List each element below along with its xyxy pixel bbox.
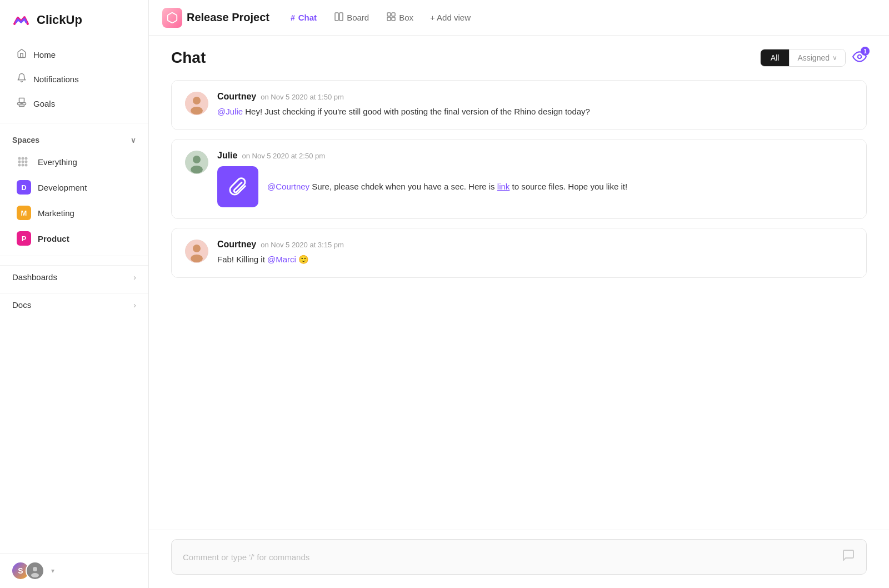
filter-tabs: All Assigned ∨: [760, 49, 846, 67]
box-tab-icon: [387, 12, 396, 23]
message-body: Julie on Nov 5 2020 at 2:50 pm @Courtney…: [217, 151, 853, 207]
svg-point-25: [193, 156, 201, 163]
dashboards-chevron-icon: ›: [133, 273, 136, 282]
sidebar-item-product[interactable]: P Product: [4, 226, 144, 251]
svg-rect-19: [392, 17, 395, 21]
sidebar-item-docs[interactable]: Docs ›: [0, 293, 148, 316]
chat-container: Chat All Assigned ∨ 1: [149, 36, 889, 588]
comment-bubble-icon: [842, 549, 855, 565]
message-header: Julie on Nov 5 2020 at 2:50 pm: [217, 151, 853, 161]
msg-content-2b: to source files. Hope you like it!: [510, 182, 627, 191]
tab-box-label: Box: [399, 13, 413, 22]
tab-board[interactable]: Board: [327, 9, 377, 26]
view-tabs: # Chat Board Box + Add view: [283, 9, 477, 26]
sidebar-nav: Home Notifications Goals: [0, 40, 148, 118]
mention-marci[interactable]: @Marci: [267, 255, 296, 264]
avatar-julie: [185, 151, 208, 174]
spaces-header: Spaces ∨: [0, 128, 148, 149]
user-dropdown-icon[interactable]: ▾: [51, 567, 54, 575]
svg-rect-14: [335, 13, 338, 21]
mention-courtney[interactable]: @Courtney: [267, 182, 309, 191]
marketing-badge: M: [17, 206, 31, 220]
chat-title: Chat: [171, 49, 206, 67]
watch-button[interactable]: 1: [852, 49, 867, 66]
msg-author: Courtney: [217, 92, 256, 102]
msg-content-3a: Fab! Killing it: [217, 255, 267, 264]
sidebar-footer: S ▾: [0, 553, 148, 588]
svg-point-4: [18, 161, 21, 163]
svg-point-20: [858, 55, 862, 59]
watch-count-badge: 1: [861, 47, 870, 56]
svg-point-23: [191, 107, 203, 114]
message-body: Courtney on Nov 5 2020 at 1:50 pm @Julie…: [217, 92, 853, 118]
svg-point-5: [22, 161, 24, 163]
message-card: Courtney on Nov 5 2020 at 3:15 pm Fab! K…: [171, 228, 867, 278]
sidebar-item-marketing[interactable]: M Marketing: [4, 201, 144, 225]
assigned-chevron-icon: ∨: [832, 54, 837, 62]
message-card: Julie on Nov 5 2020 at 2:50 pm @Courtney…: [171, 139, 867, 219]
sidebar-item-notifications-label: Notifications: [33, 74, 79, 84]
add-view-button[interactable]: + Add view: [423, 9, 477, 26]
tab-chat-label: Chat: [298, 13, 317, 22]
spaces-collapse-icon[interactable]: ∨: [131, 136, 136, 144]
svg-point-7: [25, 161, 28, 163]
tab-box[interactable]: Box: [379, 9, 421, 26]
svg-point-12: [33, 567, 37, 571]
tab-board-label: Board: [347, 13, 369, 22]
logo-text: ClickUp: [37, 13, 82, 27]
sidebar-item-notifications[interactable]: Notifications: [4, 67, 144, 91]
msg-emoji: 🙂: [298, 255, 309, 264]
project-icon: [162, 8, 182, 28]
avatar-stack: S: [11, 561, 44, 580]
sidebar-item-goals[interactable]: Goals: [4, 92, 144, 116]
docs-label: Docs: [12, 300, 31, 310]
svg-point-29: [191, 255, 203, 262]
svg-point-8: [18, 164, 21, 167]
logo-area: ClickUp: [0, 0, 148, 40]
svg-rect-17: [392, 13, 395, 16]
tab-chat[interactable]: # Chat: [283, 9, 324, 26]
comment-input[interactable]: Comment or type '/' for commands: [171, 539, 867, 575]
sidebar-item-dashboards[interactable]: Dashboards ›: [0, 265, 148, 288]
svg-point-9: [22, 164, 24, 167]
main-content: Release Project # Chat Board Box + Add v…: [149, 0, 889, 588]
svg-rect-18: [387, 17, 391, 21]
sidebar-item-home[interactable]: Home: [4, 43, 144, 67]
filter-tab-all[interactable]: All: [761, 49, 790, 66]
filter-tab-assigned[interactable]: Assigned ∨: [789, 49, 845, 66]
msg-text-courtney2: Fab! Killing it @Marci 🙂: [217, 253, 853, 266]
everything-icon: [17, 155, 31, 169]
message-body-3: Courtney on Nov 5 2020 at 3:15 pm Fab! K…: [217, 240, 853, 266]
product-badge: P: [17, 231, 31, 246]
attachment-icon: [217, 166, 258, 207]
sidebar-marketing-label: Marketing: [38, 208, 74, 218]
svg-rect-15: [339, 13, 343, 21]
svg-point-2: [18, 157, 21, 160]
sidebar-item-home-label: Home: [33, 50, 56, 59]
board-tab-icon: [334, 12, 343, 23]
svg-point-6: [25, 157, 28, 160]
chat-header: Chat All Assigned ∨ 1: [149, 36, 889, 76]
svg-rect-1: [19, 105, 24, 107]
sidebar-development-label: Development: [38, 183, 87, 192]
home-icon: [17, 48, 27, 61]
sidebar-item-everything[interactable]: Everything: [4, 150, 144, 174]
msg-content-1: Hey! Just checking if you're still good …: [243, 107, 590, 116]
add-view-label: + Add view: [430, 13, 471, 22]
sidebar-item-development[interactable]: D Development: [4, 175, 144, 200]
docs-chevron-icon: ›: [133, 301, 136, 310]
messages-area: Courtney on Nov 5 2020 at 1:50 pm @Julie…: [149, 76, 889, 530]
project-title: Release Project: [187, 11, 269, 24]
svg-point-13: [31, 573, 39, 577]
svg-point-10: [25, 164, 28, 167]
svg-point-28: [193, 245, 201, 252]
mention-julie[interactable]: @Julie: [217, 107, 243, 116]
chat-header-right: All Assigned ∨ 1: [760, 49, 867, 67]
message-header: Courtney on Nov 5 2020 at 1:50 pm: [217, 92, 853, 102]
svg-point-3: [22, 157, 24, 160]
link-source-files[interactable]: link: [497, 182, 510, 191]
trophy-icon: [17, 97, 27, 110]
msg-author-julie: Julie: [217, 151, 237, 161]
assigned-label: Assigned: [797, 53, 830, 62]
sidebar-item-goals-label: Goals: [33, 99, 55, 108]
